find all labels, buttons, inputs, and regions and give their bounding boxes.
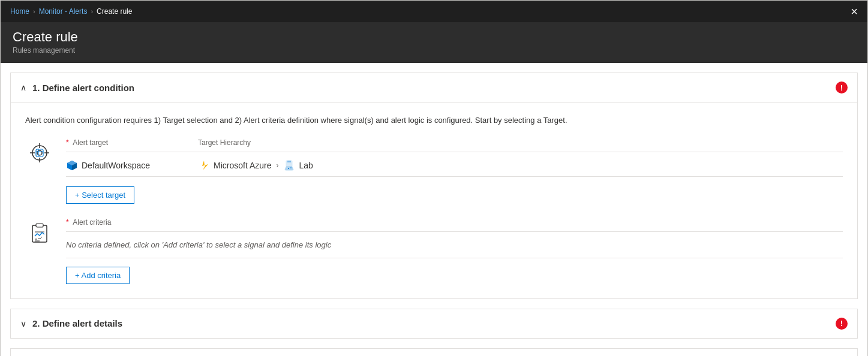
- lab-item: Lab: [283, 159, 313, 171]
- section2-chevron-icon: ∨: [20, 319, 26, 328]
- select-target-button[interactable]: + Select target: [66, 186, 134, 204]
- page-wrapper: Home › Monitor - Alerts › Create rule × …: [0, 0, 868, 356]
- main-content: ∧ 1. Define alert condition ! Alert cond…: [1, 73, 867, 356]
- criteria-icon: [25, 218, 54, 247]
- close-button[interactable]: ×: [851, 5, 858, 17]
- svg-rect-19: [36, 224, 43, 227]
- alert-criteria-row: * Alert criteria No criteria defined, cl…: [25, 218, 843, 284]
- svg-point-1: [37, 150, 42, 155]
- hierarchy-items: Microsoft Azure ›: [198, 159, 313, 171]
- section2-error-badge: !: [836, 318, 848, 330]
- section-define-alert-condition: ∧ 1. Define alert condition ! Alert cond…: [10, 73, 858, 299]
- alert-target-required: *: [66, 138, 69, 147]
- azure-icon: [198, 159, 210, 171]
- svg-marker-13: [202, 161, 208, 170]
- page-title: Create rule: [13, 29, 855, 45]
- svg-point-16: [288, 168, 289, 169]
- azure-item: Microsoft Azure: [198, 159, 271, 171]
- criteria-empty-text: No criteria defined, click on 'Add crite…: [66, 231, 843, 258]
- target-hierarchy-header: Target Hierarchy: [198, 138, 251, 147]
- breadcrumb-sep-2: ›: [91, 8, 93, 15]
- workspace-icon: [66, 159, 78, 171]
- hierarchy-chevron-icon: ›: [276, 161, 278, 170]
- workspace-item: DefaultWorkspace: [66, 159, 198, 171]
- page-subtitle: Rules management: [13, 46, 855, 55]
- section2-title: 2. Define alert details: [32, 318, 122, 328]
- svg-point-17: [290, 167, 292, 168]
- section1-title: 1. Define alert condition: [32, 83, 134, 93]
- breadcrumb: Home › Monitor - Alerts › Create rule: [10, 7, 132, 16]
- section3-header[interactable]: ∨ 3. Define action group !: [11, 349, 857, 357]
- lab-label: Lab: [299, 161, 313, 170]
- title-section: Create rule Rules management: [1, 22, 867, 63]
- section1-description: Alert condition configuration requires 1…: [25, 114, 843, 126]
- alert-target-row: * Alert target Target Hierarchy: [25, 138, 843, 204]
- svg-rect-15: [287, 161, 291, 162]
- svg-rect-18: [32, 225, 47, 242]
- alert-criteria-label: * Alert criteria: [66, 218, 843, 227]
- section1-chevron-icon: ∧: [20, 83, 26, 92]
- criteria-details: * Alert criteria No criteria defined, cl…: [66, 218, 843, 284]
- section1-header-left: ∧ 1. Define alert condition: [20, 83, 134, 93]
- breadcrumb-home[interactable]: Home: [10, 7, 29, 16]
- header-bar: Home › Monitor - Alerts › Create rule ×: [1, 1, 867, 22]
- section2-header-left: ∨ 2. Define alert details: [20, 318, 122, 328]
- breadcrumb-current: Create rule: [97, 7, 132, 16]
- section1-error-badge: !: [836, 82, 848, 93]
- section-define-action-group: ∨ 3. Define action group !: [10, 348, 858, 357]
- breadcrumb-sep-1: ›: [33, 8, 35, 15]
- clipboard-svg-icon: [28, 221, 52, 245]
- crosshair-svg-icon: [28, 141, 52, 165]
- section-define-alert-details: ∨ 2. Define alert details !: [10, 309, 858, 339]
- target-icon: [25, 138, 54, 167]
- alert-target-header: * Alert target: [66, 138, 198, 147]
- breadcrumb-monitor-alerts[interactable]: Monitor - Alerts: [39, 7, 88, 16]
- lab-icon: [283, 159, 295, 171]
- target-values-row: DefaultWorkspace Microsoft Azure: [66, 155, 843, 177]
- section1-header[interactable]: ∧ 1. Define alert condition !: [11, 73, 857, 102]
- azure-label: Microsoft Azure: [214, 161, 271, 170]
- target-details: * Alert target Target Hierarchy: [66, 138, 843, 204]
- target-columns-header: * Alert target Target Hierarchy: [66, 138, 843, 152]
- section1-body: Alert condition configuration requires 1…: [11, 102, 857, 298]
- criteria-required: *: [66, 218, 69, 227]
- workspace-name: DefaultWorkspace: [82, 161, 150, 170]
- add-criteria-button[interactable]: + Add criteria: [66, 267, 130, 284]
- section2-header[interactable]: ∨ 2. Define alert details !: [11, 309, 857, 338]
